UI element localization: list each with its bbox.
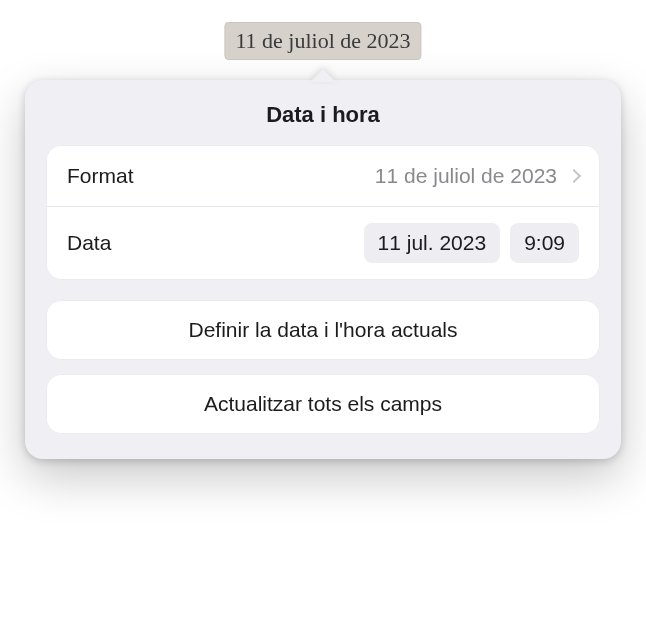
inserted-date-token[interactable]: 11 de juliol de 2023 bbox=[224, 22, 421, 60]
popover-title: Data i hora bbox=[47, 102, 599, 128]
data-label: Data bbox=[67, 231, 111, 255]
data-right: 11 jul. 2023 9:09 bbox=[364, 223, 579, 263]
time-picker-pill[interactable]: 9:09 bbox=[510, 223, 579, 263]
actions-group: Definir la data i l'hora actuals Actuali… bbox=[47, 301, 599, 433]
date-picker-pill[interactable]: 11 jul. 2023 bbox=[364, 223, 501, 263]
format-label: Format bbox=[67, 164, 134, 188]
data-row: Data 11 jul. 2023 9:09 bbox=[47, 206, 599, 279]
format-row[interactable]: Format 11 de juliol de 2023 bbox=[47, 146, 599, 206]
format-right: 11 de juliol de 2023 bbox=[375, 164, 579, 188]
settings-card: Format 11 de juliol de 2023 Data 11 jul.… bbox=[47, 146, 599, 279]
set-current-datetime-button[interactable]: Definir la data i l'hora actuals bbox=[47, 301, 599, 359]
chevron-right-icon bbox=[567, 169, 581, 183]
format-value: 11 de juliol de 2023 bbox=[375, 164, 557, 188]
update-all-fields-button[interactable]: Actualitzar tots els camps bbox=[47, 375, 599, 433]
date-time-popover: Data i hora Format 11 de juliol de 2023 … bbox=[25, 80, 621, 459]
